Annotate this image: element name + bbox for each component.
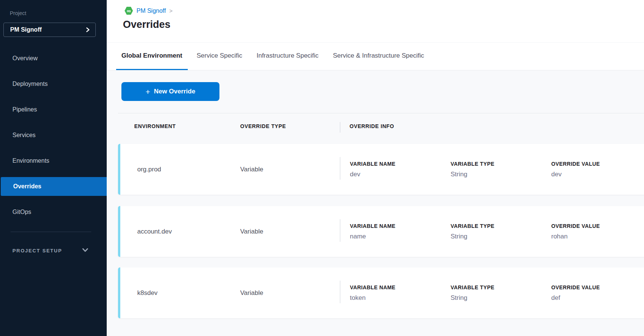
variable-name-label: VARIABLE NAME: [350, 161, 396, 167]
chevron-down-icon: [82, 248, 88, 252]
project-setup-label: PROJECT SETUP: [12, 248, 62, 254]
row-column-divider: [340, 219, 340, 242]
new-override-button[interactable]: + New Override: [121, 82, 219, 101]
row-column-divider: [340, 281, 340, 303]
sidebar: Project PM Signoff Overview Deployments …: [0, 0, 107, 336]
breadcrumb-project-link[interactable]: PM Signoff: [136, 8, 166, 14]
sidebar-item-deployments[interactable]: Deployments: [0, 75, 107, 93]
table-top-divider: [118, 113, 644, 113]
variable-name-value: token: [350, 294, 396, 302]
variable-type-cell: VARIABLE TYPE String: [451, 284, 494, 302]
row-override-type: Variable: [240, 206, 263, 257]
column-header-override-type: OVERRIDE TYPE: [240, 123, 286, 129]
tab-service-infrastructure-specific[interactable]: Service & Infrastructure Specific: [328, 43, 429, 70]
override-value-value: dev: [551, 171, 600, 178]
variable-name-cell: VARIABLE NAME name: [350, 223, 396, 240]
variable-name-label: VARIABLE NAME: [350, 223, 396, 229]
variable-name-label: VARIABLE NAME: [350, 284, 396, 290]
project-setup-toggle[interactable]: PROJECT SETUP: [12, 245, 62, 256]
header-column-divider: [340, 122, 340, 133]
variable-name-cell: VARIABLE NAME token: [350, 284, 396, 302]
row-environment: k8sdev: [137, 267, 158, 318]
row-override-type: Variable: [240, 144, 263, 195]
override-value-value: def: [551, 294, 600, 302]
variable-type-label: VARIABLE TYPE: [451, 284, 494, 290]
breadcrumb: ∞ PM Signoff >: [124, 6, 173, 15]
variable-type-label: VARIABLE TYPE: [451, 161, 494, 167]
variable-type-cell: VARIABLE TYPE String: [451, 161, 494, 178]
override-value-cell: OVERRIDE VALUE rohan: [551, 223, 600, 240]
tab-infrastructure-specific[interactable]: Infrastructure Specific: [251, 43, 324, 70]
row-accent-stripe: [118, 206, 120, 257]
project-selector-value: PM Signoff: [10, 26, 86, 33]
sidebar-divider: [11, 232, 91, 232]
sidebar-item-services[interactable]: Services: [0, 126, 107, 145]
override-value-value: rohan: [551, 233, 600, 240]
tab-service-specific[interactable]: Service Specific: [192, 43, 248, 70]
sidebar-item-environments[interactable]: Environments: [0, 151, 107, 170]
row-column-divider: [340, 157, 340, 180]
chevron-right-icon: [86, 27, 90, 32]
variable-name-value: name: [350, 233, 396, 240]
row-environment: org.prod: [137, 144, 161, 195]
variable-type-cell: VARIABLE TYPE String: [451, 223, 494, 240]
table-row[interactable]: k8sdev Variable VARIABLE NAME token VARI…: [118, 267, 644, 318]
variable-name-value: dev: [350, 171, 396, 178]
variable-type-value: String: [451, 294, 494, 302]
project-label: Project: [10, 10, 26, 16]
app-window: Project PM Signoff Overview Deployments …: [0, 0, 644, 336]
sidebar-item-overrides[interactable]: Overrides: [1, 177, 107, 196]
table-row[interactable]: account.dev Variable VARIABLE NAME name …: [118, 206, 644, 257]
row-environment: account.dev: [137, 206, 172, 257]
overrides-panel: + New Override ENVIRONMENT OVERRIDE TYPE…: [107, 70, 644, 336]
main-content: ∞ PM Signoff > Overrides Global Environm…: [107, 0, 644, 336]
row-override-type: Variable: [240, 267, 263, 318]
override-value-cell: OVERRIDE VALUE def: [551, 284, 600, 302]
tab-bar: Global Environment Service Specific Infr…: [107, 42, 644, 70]
project-hexagon-icon: ∞: [124, 6, 133, 15]
variable-type-label: VARIABLE TYPE: [451, 223, 494, 229]
page-title: Overrides: [123, 19, 170, 31]
tab-global-environment[interactable]: Global Environment: [116, 43, 188, 70]
override-value-label: OVERRIDE VALUE: [551, 223, 600, 229]
table-header: ENVIRONMENT OVERRIDE TYPE OVERRIDE INFO: [107, 123, 644, 133]
column-header-override-info: OVERRIDE INFO: [350, 123, 394, 129]
new-override-label: New Override: [154, 88, 195, 95]
column-header-environment: ENVIRONMENT: [134, 123, 176, 129]
breadcrumb-separator: >: [169, 8, 173, 14]
sidebar-item-gitops[interactable]: GitOps: [0, 203, 107, 221]
sidebar-nav: Overview Deployments Pipelines Services …: [0, 49, 107, 221]
override-value-label: OVERRIDE VALUE: [551, 161, 600, 167]
variable-type-value: String: [451, 233, 494, 240]
table-row[interactable]: org.prod Variable VARIABLE NAME dev VARI…: [118, 144, 644, 195]
variable-name-cell: VARIABLE NAME dev: [350, 161, 396, 178]
override-value-label: OVERRIDE VALUE: [551, 284, 600, 290]
plus-icon: +: [146, 88, 150, 96]
sidebar-item-pipelines[interactable]: Pipelines: [0, 100, 107, 119]
row-accent-stripe: [118, 144, 120, 195]
project-selector[interactable]: PM Signoff: [3, 23, 96, 37]
sidebar-item-overview[interactable]: Overview: [0, 49, 107, 68]
override-value-cell: OVERRIDE VALUE dev: [551, 161, 600, 178]
variable-type-value: String: [451, 171, 494, 178]
row-accent-stripe: [118, 267, 120, 318]
